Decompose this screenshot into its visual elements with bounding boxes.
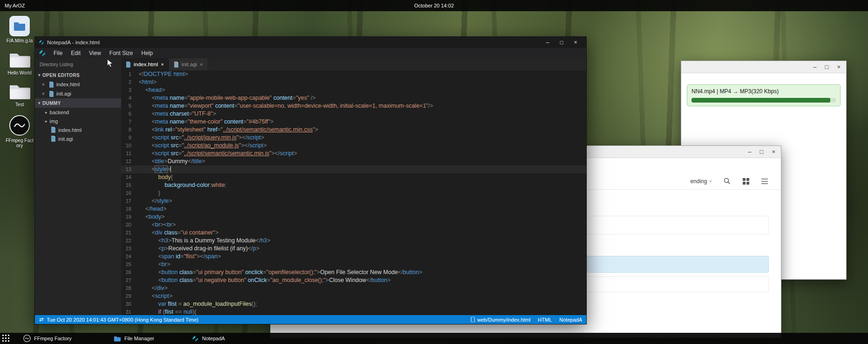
code-line[interactable]: 23 <p>Received drag-in filelist (if any)… [121, 245, 586, 253]
tab-bar: index.html × init.agi × [121, 58, 586, 70]
sync-icon[interactable]: ⇄ [39, 316, 43, 323]
desktop-icon-hello-world[interactable]: Hello World [5, 51, 34, 76]
project-section-header[interactable]: ▾ DUMMY [35, 98, 121, 108]
tab-index-html[interactable]: index.html × [121, 58, 169, 70]
clock: October 20 14:02 [414, 3, 454, 8]
start-menu-button[interactable] [2, 335, 9, 343]
code-line[interactable]: 13 <style> [121, 165, 586, 173]
minimize-button[interactable]: – [813, 64, 816, 70]
ffmpeg-window-titlebar[interactable]: – □ × [681, 61, 846, 73]
open-editors-section-header[interactable]: ▾ OPEN EDITORS [35, 70, 121, 80]
taskbar-label: NotepadA [202, 336, 225, 341]
code-line[interactable]: 31 if (flist == null){ [121, 308, 586, 315]
tree-item-init-agi[interactable]: init.agi [35, 134, 121, 143]
tree-item-index-html[interactable]: index.html [35, 125, 121, 134]
code-line[interactable]: 26 <button class="ui primary button" onc… [121, 268, 586, 276]
aroz-host-menu[interactable]: My ArOZ [5, 3, 25, 8]
file-icon [471, 317, 475, 322]
section-label: DUMMY [42, 101, 61, 106]
code-line[interactable]: 1<!DOCTYPE html> [121, 70, 586, 78]
close-button[interactable]: × [772, 149, 775, 155]
code-line[interactable]: 2<html> [121, 78, 586, 86]
menu-file[interactable]: File [50, 49, 66, 57]
menu-font-size[interactable]: Font Size [106, 49, 137, 57]
file-icon [174, 62, 179, 68]
code-area[interactable]: 1<!DOCTYPE html>2<html>3 <head>4 <meta n… [121, 70, 586, 315]
close-icon[interactable]: × [42, 91, 47, 96]
code-line[interactable]: 19 <body> [121, 213, 586, 221]
code-line[interactable]: 6 <meta charset="UTF-8"> [121, 110, 586, 118]
taskbar-item-file-manager[interactable]: File Manager [114, 333, 154, 344]
code-line[interactable]: 18 </head> [121, 205, 586, 213]
code-line[interactable]: 11 <script src="../script/semantic/seman… [121, 150, 586, 158]
code-line[interactable]: 15 background-color:white; [121, 181, 586, 189]
code-line[interactable]: 8 <link rel="stylesheet" href="../script… [121, 126, 586, 134]
code-line[interactable]: 14 body{ [121, 173, 586, 181]
editor: index.html × init.agi × 1<!DOCTYPE html>… [121, 58, 586, 315]
code-line[interactable]: 12 <title>Dummy</title> [121, 158, 586, 165]
code-line[interactable]: 22 <h3>This is a Dummy Testing Module</h… [121, 237, 586, 245]
desktop-icon-label: Hello World [7, 70, 32, 76]
file-icon [49, 91, 54, 97]
grid-view-icon[interactable] [743, 178, 749, 185]
code-line[interactable]: 17 </style> [121, 197, 586, 205]
taskbar-label: File Manager [124, 336, 154, 341]
maximize-button[interactable]: □ [760, 149, 764, 155]
close-button[interactable]: × [837, 64, 841, 70]
maximize-button[interactable]: □ [555, 39, 569, 46]
notepada-titlebar[interactable]: NotepadA - index.html – □ × [35, 37, 586, 48]
code-line[interactable]: 4 <meta name="apple-mobile-web-app-capab… [121, 94, 586, 102]
minimize-button[interactable]: – [541, 39, 555, 46]
list-view-icon[interactable] [761, 179, 768, 184]
status-time: Tue Oct 20 2020 14:01:43 GMT+0800 (Hong … [47, 317, 198, 323]
menu-view[interactable]: View [85, 49, 105, 57]
minimap[interactable] [551, 72, 582, 116]
menu-edit[interactable]: Edit [67, 49, 84, 57]
code-line[interactable]: 3 <head> [121, 86, 586, 94]
minimize-button[interactable]: – [748, 149, 751, 155]
code-line[interactable]: 24 <span id="flist"></span> [121, 253, 586, 261]
close-icon[interactable]: × [161, 62, 163, 67]
close-icon[interactable]: × [200, 62, 203, 67]
tab-init-agi[interactable]: init.agi × [169, 58, 208, 70]
desktop-icon-shortcut[interactable]: F/A.M/m.g.la [5, 16, 34, 44]
taskbar-item-notepada[interactable]: NotepadA [192, 333, 225, 344]
file-icon [51, 127, 56, 133]
status-language[interactable]: HTML [538, 317, 552, 323]
taskbar-item-ffmpeg-factory[interactable]: FFmpeg Factory [23, 333, 72, 344]
code-line[interactable]: 9 <script src="../script/jquery.min.js">… [121, 134, 586, 142]
desktop-icon-ffmpeg-factory[interactable]: FFmpeg Factory [5, 115, 34, 149]
sort-dropdown[interactable]: ending ▾ [690, 178, 712, 185]
code-line[interactable]: 5 <meta name="viewport" content="user-sc… [121, 102, 586, 110]
desktop: My ArOZ October 20 14:02 F/A.M/m.g.la He… [0, 0, 868, 344]
folder-icon [9, 51, 30, 69]
code-line[interactable]: 21 <div class="ui container"> [121, 229, 586, 237]
chevron-right-icon: ▸ [45, 119, 47, 124]
file-name: index.html [58, 127, 81, 133]
close-button[interactable]: × [569, 39, 583, 46]
window-title: NotepadA - index.html [47, 40, 100, 45]
chevron-right-icon: ▸ [45, 110, 47, 115]
code-line[interactable]: 30 var flist = ao_module_loadInputFiles(… [121, 300, 586, 308]
desktop-icon-test[interactable]: Test [5, 83, 34, 108]
code-line[interactable]: 10 <script src="../script/ao_module.js">… [121, 142, 586, 150]
code-line[interactable]: 16 } [121, 189, 586, 197]
window-controls: – □ × [541, 39, 583, 46]
tree-item-img[interactable]: ▸ img [35, 117, 121, 125]
open-editor-item-index-html[interactable]: × index.html [35, 80, 121, 89]
file-name: init.agi [58, 136, 73, 142]
search-icon[interactable] [724, 178, 731, 185]
code-line[interactable]: 20 <br><br> [121, 221, 586, 229]
code-line[interactable]: 29 <script> [121, 292, 586, 300]
close-icon[interactable]: × [42, 82, 47, 87]
maximize-button[interactable]: □ [825, 64, 829, 70]
menu-help[interactable]: Help [138, 49, 157, 57]
chevron-down-icon: ▾ [38, 73, 41, 77]
tree-item-backend[interactable]: ▸ backend [35, 108, 121, 117]
code-line[interactable]: 25 <br> [121, 261, 586, 268]
code-line[interactable]: 27 <button class="ui negative button" on… [121, 276, 586, 284]
code-line[interactable]: 7 <meta name="theme-color" content="#4b7… [121, 118, 586, 126]
code-line[interactable]: 28 </div> [121, 284, 586, 292]
status-file-path[interactable]: web/Dummy/index.html [471, 317, 530, 323]
open-editor-item-init-agi[interactable]: × init.agi [35, 89, 121, 98]
